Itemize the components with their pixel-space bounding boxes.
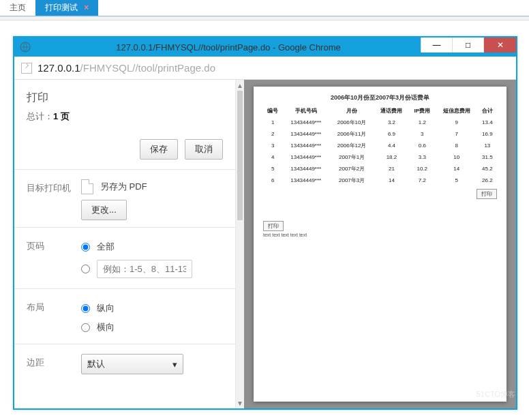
table-row: 413434449***2007年1月18.23.31031.5 [263, 151, 497, 163]
scroll-track[interactable] [236, 220, 244, 397]
table-row: 113434449***2006年10月3.21.2913.4 [263, 117, 497, 128]
layout-landscape-radio[interactable] [81, 323, 90, 332]
table-row: 213434449***2006年11月6.93716.9 [263, 128, 497, 140]
summary-prefix: 总计： [27, 111, 53, 121]
pages-all-radio[interactable] [81, 243, 90, 252]
destination-value: 另存为 PDF [100, 181, 147, 193]
chrome-window: 127.0.0.1/FHMYSQL//tool/printPage.do - G… [13, 36, 517, 410]
chevron-down-icon: ▾ [172, 359, 177, 370]
table-header: 通话费用 [374, 105, 409, 117]
table-header: 合计 [478, 105, 497, 117]
table-row: 313434449***2006年12月4.40.6813 [263, 140, 497, 151]
preview-print-button-bottom[interactable]: 打印 [263, 221, 284, 231]
print-summary: 总计：1 页 [27, 110, 223, 123]
page-icon [21, 63, 32, 74]
preview-table: 编号手机号码月份通话费用IP费用短信息费用合计113434449***2006年… [263, 105, 497, 186]
margin-select[interactable]: 默认 ▾ [81, 354, 183, 374]
outer-separator [0, 16, 529, 20]
minimize-button[interactable]: — [421, 38, 452, 52]
scroll-up-icon[interactable]: ▲ [236, 80, 244, 91]
scroll-thumb[interactable] [237, 91, 243, 220]
summary-pages: 1 页 [53, 111, 70, 121]
browser-icon [20, 42, 31, 52]
table-header: IP费用 [409, 105, 436, 117]
table-header: 月份 [329, 105, 374, 117]
maximize-button[interactable]: □ [452, 38, 483, 52]
pages-all-option[interactable]: 全部 [81, 237, 223, 256]
window-title: 127.0.0.1/FHMYSQL//tool/printPage.do - G… [36, 42, 421, 52]
layout-landscape-option[interactable]: 横向 [81, 318, 223, 337]
table-row: 613434449***2007年3月147.2526.2 [263, 175, 497, 186]
layout-landscape-text: 横向 [97, 321, 115, 333]
preview-title: 2006年10月份至2007年3月份话费单 [263, 93, 497, 102]
pdf-icon [81, 179, 93, 194]
address-path: /FHMYSQL//tool/printPage.do [80, 62, 215, 74]
close-icon[interactable]: × [84, 3, 89, 12]
layout-portrait-text: 纵向 [97, 302, 115, 314]
margin-label: 边距 [27, 354, 81, 374]
address-bar[interactable]: 127.0.0.1/FHMYSQL//tool/printPage.do [14, 57, 516, 80]
close-button[interactable]: ✕ [483, 38, 516, 52]
watermark: 51CTO博客 [477, 389, 515, 400]
preview-footer-text: text text text text text [263, 232, 497, 237]
outer-tab-print-label: 打印测试 [45, 3, 78, 12]
table-header: 编号 [263, 105, 282, 117]
table-header: 短信息费用 [436, 105, 478, 117]
save-button[interactable]: 保存 [140, 139, 178, 160]
address-host: 127.0.0.1 [37, 62, 80, 74]
layout-portrait-radio[interactable] [81, 304, 90, 313]
outer-tab-main[interactable]: 主页 [0, 0, 35, 16]
pages-all-text: 全部 [97, 241, 115, 253]
outer-tab-print[interactable]: 打印测试 × [35, 0, 98, 16]
preview-print-button-top[interactable]: 打印 [477, 189, 497, 199]
margin-value: 默认 [87, 358, 105, 370]
cancel-button[interactable]: 取消 [185, 139, 223, 160]
print-title: 打印 [27, 91, 223, 105]
pages-range-radio[interactable] [81, 265, 90, 273]
pages-range-input[interactable] [97, 260, 192, 278]
table-row: 513434449***2007年2月2110.21445.2 [263, 163, 497, 175]
table-header: 手机号码 [282, 105, 329, 117]
layout-portrait-option[interactable]: 纵向 [81, 299, 223, 318]
scrollbar[interactable]: ▲ ▼ [236, 80, 244, 408]
titlebar: 127.0.0.1/FHMYSQL//tool/printPage.do - G… [14, 38, 516, 57]
preview-page: 2006年10月份至2007年3月份话费单 编号手机号码月份通话费用IP费用短信… [254, 87, 507, 402]
layout-label: 布局 [27, 299, 81, 337]
pages-range-option[interactable] [81, 256, 223, 282]
destination-label: 目标打印机 [27, 179, 81, 220]
print-settings-panel: 打印 总计：1 页 保存 取消 目标打印机 另存为 PDF 更改... [14, 80, 236, 408]
print-preview-pane: 2006年10月份至2007年3月份话费单 编号手机号码月份通话费用IP费用短信… [244, 80, 516, 408]
scroll-down-icon[interactable]: ▼ [236, 397, 244, 408]
change-destination-button[interactable]: 更改... [81, 200, 127, 220]
pages-label: 页码 [27, 237, 81, 282]
